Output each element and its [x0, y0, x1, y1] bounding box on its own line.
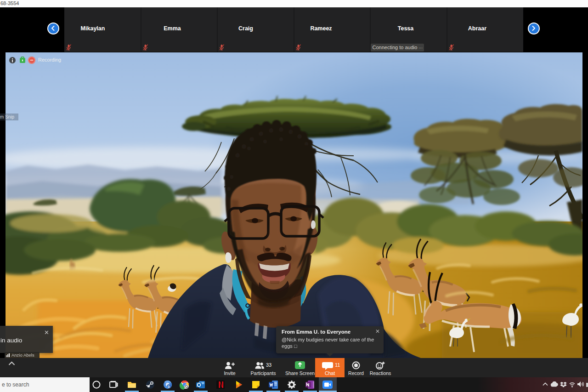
svg-text:D: D [168, 385, 170, 388]
svg-text:33: 33 [266, 362, 271, 368]
svg-text:11: 11 [335, 362, 340, 368]
